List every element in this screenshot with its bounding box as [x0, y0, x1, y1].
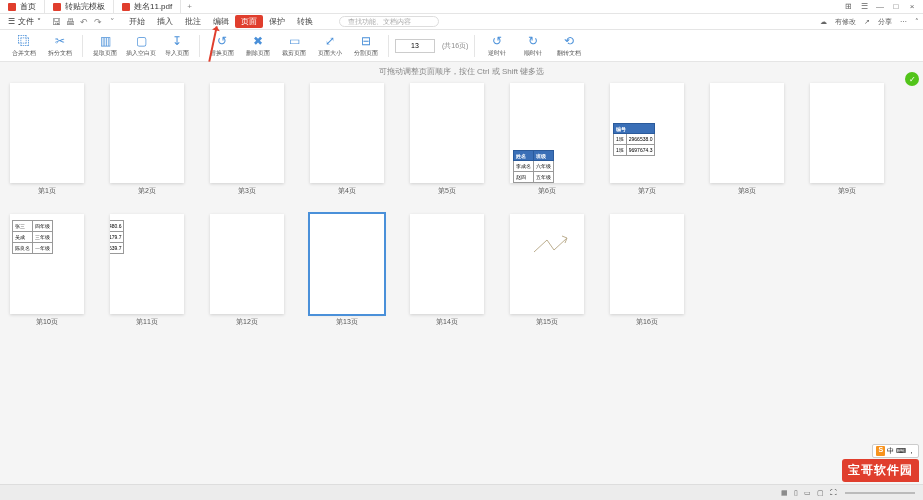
maximize-button[interactable]: □ — [891, 2, 901, 12]
delete-icon: ✖ — [251, 34, 265, 48]
page-thumb-12[interactable]: 第12页 — [210, 214, 284, 327]
page-thumb-11[interactable]: 1组6334480.61组1547179.71组5345639.7 第11页 — [110, 214, 184, 327]
extract-icon: ▥ — [98, 34, 112, 48]
page-thumb-9[interactable]: 第9页 — [810, 83, 884, 196]
more-icon[interactable]: ⋯ — [900, 18, 907, 26]
share-label[interactable]: 分享 — [878, 17, 892, 27]
close-button[interactable]: × — [907, 2, 917, 12]
undo-icon[interactable]: ↶ — [79, 17, 89, 27]
rotate-ccw-button[interactable]: ↺逆时针 — [481, 31, 513, 61]
thumb-content: 张三四年级吴成三年级陈良名一年级 — [12, 220, 53, 254]
pdf-icon — [122, 3, 130, 11]
page-thumb-7[interactable]: 编号1班2966538.01班9697674.3 第7页 — [610, 83, 684, 196]
file-menu[interactable]: ☰ 文件 ˅ — [4, 16, 45, 27]
crop-page-button[interactable]: ▭裁剪页面 — [278, 31, 310, 61]
titlebar: 首页 转贴完模板 姓名11.pdf + ⊞ ☰ — □ × — [0, 0, 923, 14]
file-label: 文件 — [18, 16, 34, 27]
import-page-button[interactable]: ↧导入页面 — [161, 31, 193, 61]
flip-doc-button[interactable]: ⟲翻转文档 — [553, 31, 585, 61]
rotate-cw-icon: ↻ — [526, 34, 540, 48]
menu-page[interactable]: 页面 — [235, 15, 263, 28]
import-icon: ↧ — [170, 34, 184, 48]
reader-icon[interactable]: ☰ — [859, 2, 869, 12]
print-icon[interactable]: 🖶 — [65, 17, 75, 27]
hint-text: 可拖动调整页面顺序，按住 Ctrl 或 Shift 键多选 — [0, 62, 923, 81]
rotate-ccw-icon: ↺ — [490, 34, 504, 48]
search-input[interactable]: 查找功能、文档内容 — [339, 16, 439, 27]
rotate-cw-button[interactable]: ↻顺时针 — [517, 31, 549, 61]
page-thumb-13[interactable]: 第13页 — [310, 214, 384, 327]
page-thumb-16[interactable]: 第16页 — [610, 214, 684, 327]
tab-label: 姓名11.pdf — [134, 1, 172, 12]
menu-insert[interactable]: 插入 — [151, 16, 179, 27]
chevron-down-icon[interactable]: ˅ — [107, 17, 117, 27]
zoom-slider[interactable] — [845, 492, 915, 494]
page-toolbar: ⿻合并文档 ✂拆分文档 ▥提取页面 ▢插入空白页 ↧导入页面 ↺替换页面 ✖删除… — [0, 30, 923, 62]
tab-label: 转贴完模板 — [65, 1, 105, 12]
view-single-icon[interactable]: ▯ — [794, 489, 798, 497]
page-thumb-10[interactable]: 张三四年级吴成三年级陈良名一年级 第10页 — [10, 214, 84, 327]
split-icon: ✂ — [53, 34, 67, 48]
thumb-content: 姓名班级李成名六年级赵四五年级 — [513, 150, 554, 183]
ime-logo-icon: S — [876, 446, 885, 456]
page-number-input[interactable] — [395, 39, 435, 53]
merge-icon: ⿻ — [17, 34, 31, 48]
page-thumb-5[interactable]: 第5页 — [410, 83, 484, 196]
minimize-button[interactable]: — — [875, 2, 885, 12]
grid-icon[interactable]: ⊞ — [843, 2, 853, 12]
chevron-down-icon: ˅ — [37, 17, 41, 26]
new-tab-button[interactable]: + — [181, 2, 198, 11]
page-size-button[interactable]: ⤢页面大小 — [314, 31, 346, 61]
tab-label: 首页 — [20, 1, 36, 12]
menubar: ☰ 文件 ˅ 🖫 🖶 ↶ ↷ ˅ 开始 插入 批注 编辑 页面 保护 转换 查找… — [0, 14, 923, 30]
menu-convert[interactable]: 转换 — [291, 16, 319, 27]
menu-start[interactable]: 开始 — [123, 16, 151, 27]
menu-annotate[interactable]: 批注 — [179, 16, 207, 27]
tab-template[interactable]: 转贴完模板 — [45, 0, 114, 13]
separator — [388, 35, 389, 57]
crop-icon: ▭ — [287, 34, 301, 48]
watermark-badge: 宝哥软件园 — [842, 459, 919, 482]
page-thumb-15[interactable]: 第15页 — [510, 214, 584, 327]
view-full-icon[interactable]: ⛶ — [830, 489, 837, 497]
page-thumb-2[interactable]: 第2页 — [110, 83, 184, 196]
page-thumb-4[interactable]: 第4页 — [310, 83, 384, 196]
thumb-content: 1组6334480.61组1547179.71组5345639.7 — [110, 220, 124, 254]
cloud-icon: ☁ — [820, 18, 827, 26]
page-thumb-1[interactable]: 第1页 — [10, 83, 84, 196]
save-icon[interactable]: 🖫 — [51, 17, 61, 27]
status-badge[interactable]: ✓ — [905, 72, 919, 86]
separator — [82, 35, 83, 57]
merge-docs-button[interactable]: ⿻合并文档 — [8, 31, 40, 61]
thumbnail-grid: 第1页 第2页 第3页 第4页 第5页 姓名班级李成名六年级赵四五年级 第6页 … — [0, 81, 923, 329]
split-docs-button[interactable]: ✂拆分文档 — [44, 31, 76, 61]
unsaved-label[interactable]: 有修改 — [835, 17, 856, 27]
insert-blank-button[interactable]: ▢插入空白页 — [125, 31, 157, 61]
tab-document[interactable]: 姓名11.pdf — [114, 0, 181, 13]
ime-chars: 中 ⌨ ， — [887, 446, 915, 456]
redo-icon[interactable]: ↷ — [93, 17, 103, 27]
view-two-icon[interactable]: ▢ — [817, 489, 824, 497]
home-icon — [8, 3, 16, 11]
sketch-icon — [532, 232, 572, 262]
page-thumb-3[interactable]: 第3页 — [210, 83, 284, 196]
view-page-icon[interactable]: ▦ — [781, 489, 788, 497]
chevron-up-icon[interactable]: ˄ — [915, 18, 919, 26]
window-controls: ⊞ ☰ — □ × — [843, 2, 923, 12]
page-thumb-8[interactable]: 第8页 — [710, 83, 784, 196]
delete-page-button[interactable]: ✖删除页面 — [242, 31, 274, 61]
extract-page-button[interactable]: ▥提取页面 — [89, 31, 121, 61]
tab-home[interactable]: 首页 — [0, 0, 45, 13]
page-total-label: (共16页) — [442, 41, 468, 51]
doc-icon — [53, 3, 61, 11]
split-page-icon: ⊟ — [359, 34, 373, 48]
view-mode-icons: ▦ ▯ ▭ ▢ ⛶ — [781, 489, 837, 497]
split-page-button[interactable]: ⊟分割页面 — [350, 31, 382, 61]
page-thumb-14[interactable]: 第14页 — [410, 214, 484, 327]
view-continuous-icon[interactable]: ▭ — [804, 489, 811, 497]
menubar-right: ☁ 有修改 ↗ 分享 ⋯ ˄ — [820, 17, 919, 27]
menu-protect[interactable]: 保护 — [263, 16, 291, 27]
page-thumb-6[interactable]: 姓名班级李成名六年级赵四五年级 第6页 — [510, 83, 584, 196]
menu-icon: ☰ — [8, 17, 15, 26]
flip-icon: ⟲ — [562, 34, 576, 48]
